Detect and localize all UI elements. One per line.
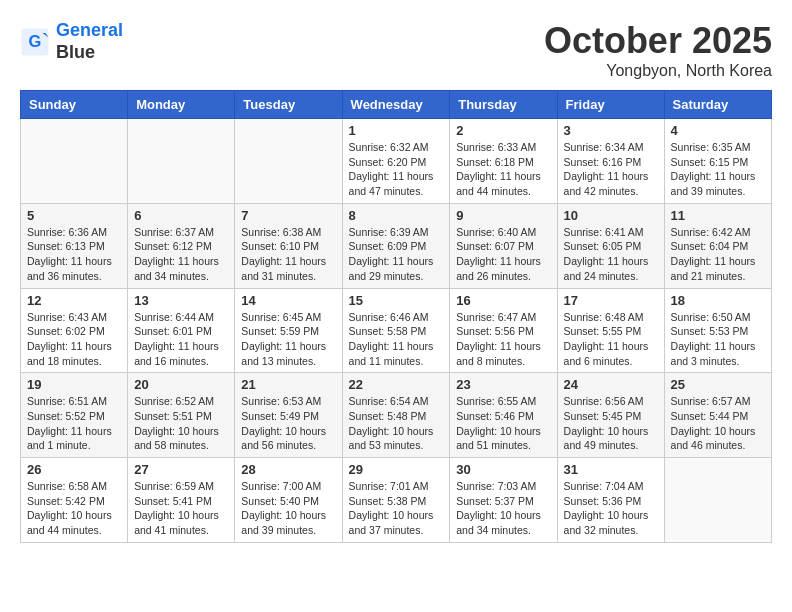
day-info: Sunrise: 6:50 AM Sunset: 5:53 PM Dayligh… [671, 310, 765, 369]
calendar-cell: 5Sunrise: 6:36 AM Sunset: 6:13 PM Daylig… [21, 203, 128, 288]
day-number: 14 [241, 293, 335, 308]
calendar-cell: 14Sunrise: 6:45 AM Sunset: 5:59 PM Dayli… [235, 288, 342, 373]
week-row-4: 19Sunrise: 6:51 AM Sunset: 5:52 PM Dayli… [21, 373, 772, 458]
day-number: 23 [456, 377, 550, 392]
day-info: Sunrise: 7:00 AM Sunset: 5:40 PM Dayligh… [241, 479, 335, 538]
day-info: Sunrise: 6:47 AM Sunset: 5:56 PM Dayligh… [456, 310, 550, 369]
day-header-saturday: Saturday [664, 91, 771, 119]
day-number: 7 [241, 208, 335, 223]
day-info: Sunrise: 6:55 AM Sunset: 5:46 PM Dayligh… [456, 394, 550, 453]
day-number: 8 [349, 208, 444, 223]
week-row-5: 26Sunrise: 6:58 AM Sunset: 5:42 PM Dayli… [21, 458, 772, 543]
week-row-2: 5Sunrise: 6:36 AM Sunset: 6:13 PM Daylig… [21, 203, 772, 288]
day-info: Sunrise: 6:45 AM Sunset: 5:59 PM Dayligh… [241, 310, 335, 369]
calendar-table: SundayMondayTuesdayWednesdayThursdayFrid… [20, 90, 772, 543]
calendar-cell: 17Sunrise: 6:48 AM Sunset: 5:55 PM Dayli… [557, 288, 664, 373]
logo-line1: General [56, 20, 123, 40]
day-number: 22 [349, 377, 444, 392]
calendar-cell: 26Sunrise: 6:58 AM Sunset: 5:42 PM Dayli… [21, 458, 128, 543]
day-header-sunday: Sunday [21, 91, 128, 119]
day-info: Sunrise: 6:40 AM Sunset: 6:07 PM Dayligh… [456, 225, 550, 284]
calendar-cell: 22Sunrise: 6:54 AM Sunset: 5:48 PM Dayli… [342, 373, 450, 458]
calendar-cell: 9Sunrise: 6:40 AM Sunset: 6:07 PM Daylig… [450, 203, 557, 288]
month-title: October 2025 [544, 20, 772, 62]
day-info: Sunrise: 6:42 AM Sunset: 6:04 PM Dayligh… [671, 225, 765, 284]
day-info: Sunrise: 6:36 AM Sunset: 6:13 PM Dayligh… [27, 225, 121, 284]
day-number: 5 [27, 208, 121, 223]
day-number: 31 [564, 462, 658, 477]
day-number: 29 [349, 462, 444, 477]
calendar-cell: 27Sunrise: 6:59 AM Sunset: 5:41 PM Dayli… [128, 458, 235, 543]
day-number: 15 [349, 293, 444, 308]
calendar-cell: 12Sunrise: 6:43 AM Sunset: 6:02 PM Dayli… [21, 288, 128, 373]
calendar-cell: 18Sunrise: 6:50 AM Sunset: 5:53 PM Dayli… [664, 288, 771, 373]
day-number: 1 [349, 123, 444, 138]
day-info: Sunrise: 6:51 AM Sunset: 5:52 PM Dayligh… [27, 394, 121, 453]
day-header-monday: Monday [128, 91, 235, 119]
day-number: 24 [564, 377, 658, 392]
day-number: 2 [456, 123, 550, 138]
day-info: Sunrise: 6:46 AM Sunset: 5:58 PM Dayligh… [349, 310, 444, 369]
day-info: Sunrise: 7:04 AM Sunset: 5:36 PM Dayligh… [564, 479, 658, 538]
calendar-cell: 21Sunrise: 6:53 AM Sunset: 5:49 PM Dayli… [235, 373, 342, 458]
calendar-cell: 4Sunrise: 6:35 AM Sunset: 6:15 PM Daylig… [664, 119, 771, 204]
calendar-cell: 11Sunrise: 6:42 AM Sunset: 6:04 PM Dayli… [664, 203, 771, 288]
logo-line2: Blue [56, 42, 123, 64]
calendar-cell: 10Sunrise: 6:41 AM Sunset: 6:05 PM Dayli… [557, 203, 664, 288]
calendar-cell: 16Sunrise: 6:47 AM Sunset: 5:56 PM Dayli… [450, 288, 557, 373]
calendar-cell: 15Sunrise: 6:46 AM Sunset: 5:58 PM Dayli… [342, 288, 450, 373]
day-number: 30 [456, 462, 550, 477]
day-header-thursday: Thursday [450, 91, 557, 119]
day-number: 20 [134, 377, 228, 392]
day-header-wednesday: Wednesday [342, 91, 450, 119]
day-info: Sunrise: 6:57 AM Sunset: 5:44 PM Dayligh… [671, 394, 765, 453]
day-number: 11 [671, 208, 765, 223]
calendar-cell: 3Sunrise: 6:34 AM Sunset: 6:16 PM Daylig… [557, 119, 664, 204]
calendar-cell: 31Sunrise: 7:04 AM Sunset: 5:36 PM Dayli… [557, 458, 664, 543]
day-number: 19 [27, 377, 121, 392]
day-info: Sunrise: 6:35 AM Sunset: 6:15 PM Dayligh… [671, 140, 765, 199]
calendar-cell: 24Sunrise: 6:56 AM Sunset: 5:45 PM Dayli… [557, 373, 664, 458]
calendar-header-row: SundayMondayTuesdayWednesdayThursdayFrid… [21, 91, 772, 119]
calendar-cell: 6Sunrise: 6:37 AM Sunset: 6:12 PM Daylig… [128, 203, 235, 288]
day-info: Sunrise: 7:03 AM Sunset: 5:37 PM Dayligh… [456, 479, 550, 538]
calendar-cell: 20Sunrise: 6:52 AM Sunset: 5:51 PM Dayli… [128, 373, 235, 458]
calendar-cell [664, 458, 771, 543]
location: Yongbyon, North Korea [544, 62, 772, 80]
calendar-cell: 25Sunrise: 6:57 AM Sunset: 5:44 PM Dayli… [664, 373, 771, 458]
calendar-cell [21, 119, 128, 204]
calendar-cell [235, 119, 342, 204]
day-info: Sunrise: 6:59 AM Sunset: 5:41 PM Dayligh… [134, 479, 228, 538]
day-info: Sunrise: 6:41 AM Sunset: 6:05 PM Dayligh… [564, 225, 658, 284]
day-info: Sunrise: 6:58 AM Sunset: 5:42 PM Dayligh… [27, 479, 121, 538]
day-number: 21 [241, 377, 335, 392]
day-number: 6 [134, 208, 228, 223]
day-info: Sunrise: 6:44 AM Sunset: 6:01 PM Dayligh… [134, 310, 228, 369]
calendar-cell: 29Sunrise: 7:01 AM Sunset: 5:38 PM Dayli… [342, 458, 450, 543]
calendar-cell: 19Sunrise: 6:51 AM Sunset: 5:52 PM Dayli… [21, 373, 128, 458]
day-number: 17 [564, 293, 658, 308]
calendar-cell: 13Sunrise: 6:44 AM Sunset: 6:01 PM Dayli… [128, 288, 235, 373]
calendar-cell: 2Sunrise: 6:33 AM Sunset: 6:18 PM Daylig… [450, 119, 557, 204]
day-info: Sunrise: 6:43 AM Sunset: 6:02 PM Dayligh… [27, 310, 121, 369]
day-number: 4 [671, 123, 765, 138]
calendar-cell: 30Sunrise: 7:03 AM Sunset: 5:37 PM Dayli… [450, 458, 557, 543]
week-row-3: 12Sunrise: 6:43 AM Sunset: 6:02 PM Dayli… [21, 288, 772, 373]
day-number: 25 [671, 377, 765, 392]
calendar-cell: 23Sunrise: 6:55 AM Sunset: 5:46 PM Dayli… [450, 373, 557, 458]
day-info: Sunrise: 6:32 AM Sunset: 6:20 PM Dayligh… [349, 140, 444, 199]
day-info: Sunrise: 6:56 AM Sunset: 5:45 PM Dayligh… [564, 394, 658, 453]
day-header-tuesday: Tuesday [235, 91, 342, 119]
calendar-cell [128, 119, 235, 204]
day-number: 12 [27, 293, 121, 308]
logo: G General Blue [20, 20, 123, 63]
day-number: 26 [27, 462, 121, 477]
calendar-cell: 28Sunrise: 7:00 AM Sunset: 5:40 PM Dayli… [235, 458, 342, 543]
calendar-cell: 8Sunrise: 6:39 AM Sunset: 6:09 PM Daylig… [342, 203, 450, 288]
day-info: Sunrise: 6:53 AM Sunset: 5:49 PM Dayligh… [241, 394, 335, 453]
logo-icon: G [20, 27, 50, 57]
day-info: Sunrise: 7:01 AM Sunset: 5:38 PM Dayligh… [349, 479, 444, 538]
day-info: Sunrise: 6:54 AM Sunset: 5:48 PM Dayligh… [349, 394, 444, 453]
day-number: 13 [134, 293, 228, 308]
week-row-1: 1Sunrise: 6:32 AM Sunset: 6:20 PM Daylig… [21, 119, 772, 204]
